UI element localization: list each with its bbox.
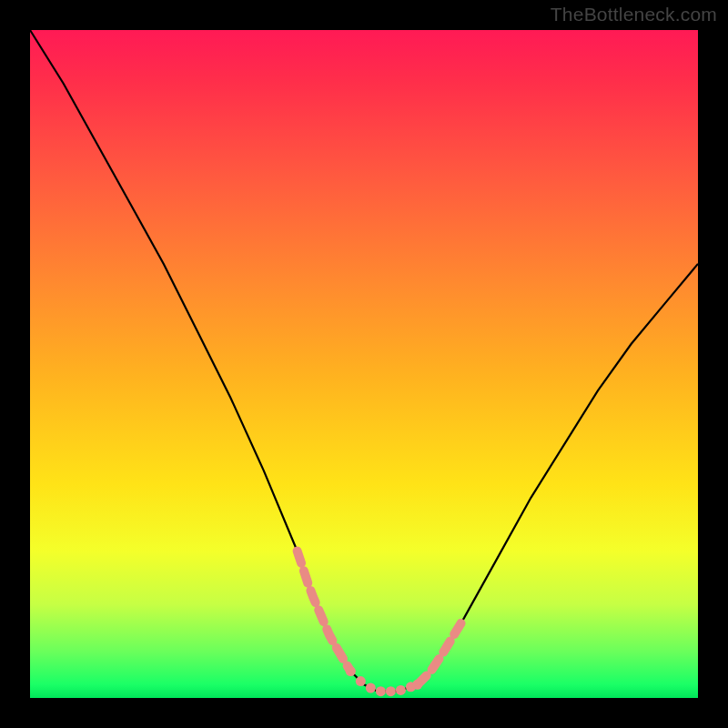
bottleneck-curve [30,30,698,692]
highlight-dot [356,676,366,686]
highlight-dot [366,683,376,693]
highlight-left [298,551,351,672]
chart-frame: TheBottleneck.com [0,0,728,728]
plot-area [30,30,698,698]
highlight-right [418,618,464,684]
highlight-bottom-dots [346,666,422,696]
highlight-dot [396,685,406,695]
plot-svg [30,30,698,698]
watermark-text: TheBottleneck.com [551,4,717,25]
highlight-dot [386,686,396,696]
highlight-dot [346,666,356,676]
highlight-dot [412,680,422,690]
highlight-dot [376,686,386,696]
